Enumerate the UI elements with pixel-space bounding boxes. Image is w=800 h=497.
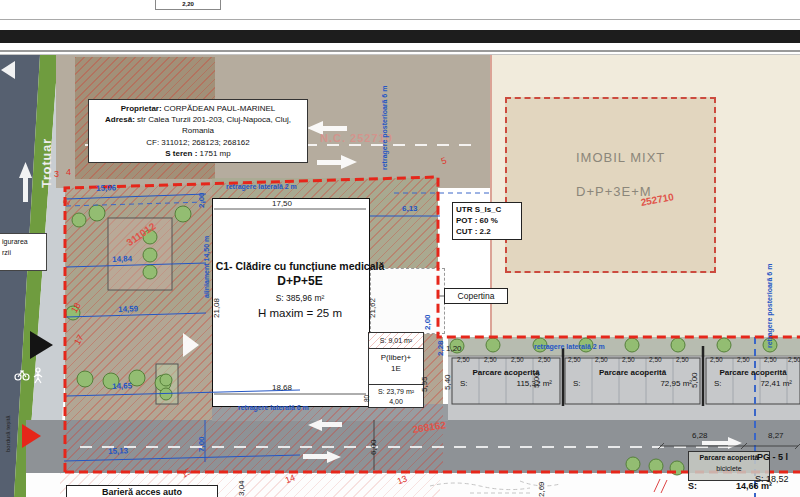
parking-section-2-label: Parcare acoperită S:72,95 m² bbox=[565, 368, 700, 388]
annotation-2-50: 2,50 bbox=[484, 357, 497, 364]
bike-s-label: S: bbox=[688, 481, 697, 491]
annotation-5-00: 5,00 bbox=[691, 372, 699, 388]
p-liber-area-bottom: S: 23,79 m² 4,00 bbox=[369, 385, 423, 407]
annotation-2-28: 2,28 bbox=[437, 340, 445, 356]
p-liber-floors: 1E bbox=[369, 363, 423, 374]
title-block-cell: 2,20 bbox=[155, 0, 221, 10]
annotation-3-04: 3,04 bbox=[238, 480, 246, 496]
p-liber-column: S: 9,01 m² P(liber)+ 1E S: 23,79 m² 4,00 bbox=[368, 332, 424, 408]
annotation-3: 3 bbox=[54, 170, 59, 179]
black-separator-bar bbox=[0, 30, 800, 43]
p-liber-name: P(liber)+ 1E bbox=[369, 349, 423, 385]
annotation-2-50: 2,50 bbox=[764, 357, 777, 364]
p-liber-area-value: S: 23,79 m² bbox=[369, 387, 423, 397]
annotation-5-40: 5,40 bbox=[444, 374, 452, 390]
area-line: S teren : 1751 mp bbox=[91, 148, 305, 159]
p-liber-label: P(liber)+ bbox=[369, 352, 423, 363]
annotation-80: 80 bbox=[364, 395, 371, 402]
p-liber-dim: 4,00 bbox=[369, 397, 423, 407]
annotation-14-59: 14,59 bbox=[118, 305, 138, 314]
building-name: C1- Clădire cu funcțiune medicală bbox=[192, 260, 408, 272]
parking-tree-strip bbox=[448, 337, 800, 356]
parking-name: Parcare acoperită bbox=[565, 368, 700, 377]
cf-line: CF: 311012; 268123; 268162 bbox=[91, 137, 305, 148]
owner-line: Proprietar: CORPĂDEAN PAUL-MARINEL bbox=[91, 103, 305, 114]
parking-section-1-label: Parcare acoperită S:115,32 m² bbox=[452, 368, 560, 388]
annotation-6-28: 6,28 bbox=[692, 432, 708, 440]
utr-name: UTR S_Is_C bbox=[456, 205, 518, 216]
annotation-bordur-te-it-: bordură teșită bbox=[5, 415, 11, 452]
owner-value: CORPĂDEAN PAUL-MARINEL bbox=[164, 104, 275, 113]
parking-s-label: S: bbox=[714, 379, 722, 388]
parking-area-value: 72,41 m² bbox=[760, 379, 792, 388]
street-note-box: igurarea rzii bbox=[0, 233, 47, 271]
street-note-line: igurarea bbox=[2, 236, 46, 247]
divider-line bbox=[0, 19, 800, 20]
annotation-15-13: 15,13 bbox=[108, 447, 128, 456]
address-value: str Calea Turzii 201-203, Cluj-Napoca, C… bbox=[137, 115, 291, 135]
annotation-2-50: 2,50 bbox=[676, 357, 689, 364]
pg-parking-area: S: 18,52 bbox=[755, 474, 789, 484]
parking-area-value: 72,95 m² bbox=[660, 379, 692, 388]
annotation-2-50: 2,50 bbox=[511, 357, 524, 364]
pg-parking-name: PG - 5 l bbox=[757, 452, 788, 462]
annotation-1-20: 1,20 bbox=[446, 345, 462, 353]
annotation-retragere-lateral-2-m: retragere laterală 2 m bbox=[534, 343, 605, 350]
annotation-2-50: 2,50 bbox=[649, 357, 662, 364]
parking-s-label: S: bbox=[460, 379, 468, 388]
annotation-2-00: 2,00 bbox=[424, 314, 432, 330]
annotation-17-50: 17,50 bbox=[272, 200, 292, 208]
annotation-14-84: 14,84 bbox=[112, 255, 132, 264]
annotation-2-00: 2,00 bbox=[198, 192, 206, 208]
pot-value: POT : 60 % bbox=[456, 216, 518, 227]
owner-label: Proprietar: bbox=[121, 104, 162, 113]
building-regime: D+P+5E bbox=[192, 274, 408, 288]
annotation-7-00: 7,00 bbox=[198, 436, 206, 452]
annotation-14-65: 14,65 bbox=[112, 382, 132, 391]
annotation-2-50: 2,50 bbox=[457, 357, 470, 364]
annotation-15-06: 15,06 bbox=[96, 184, 116, 193]
annotation-18-68: 18,68 bbox=[272, 384, 292, 392]
annotation-2-50: 2,50 bbox=[788, 357, 800, 364]
address-label: Adresă: bbox=[105, 115, 135, 124]
annotation-retragere-lateral-6-m: retragere laterală 6 m bbox=[238, 404, 309, 411]
annotation-6-00: 6,00 bbox=[370, 439, 378, 455]
annotation-2-50: 2,50 bbox=[622, 357, 635, 364]
address-line: Adresă: str Calea Turzii 201-203, Cluj-N… bbox=[91, 114, 305, 136]
annotation-aliniament-14-50-m: aliniament 14,50 m bbox=[203, 236, 210, 298]
area-label: S teren : bbox=[165, 149, 197, 158]
area-value: 1751 mp bbox=[200, 149, 231, 158]
parking-section-3-label: Parcare acoperită S:72,41 m² bbox=[706, 368, 800, 388]
parking-name: Parcare acoperită bbox=[452, 368, 560, 377]
annotation-2-50: 2,50 bbox=[568, 357, 581, 364]
annotation-2-50: 2,50 bbox=[737, 357, 750, 364]
access-barrier-label: Barieră acces auto bbox=[66, 485, 218, 497]
owner-info-box: Proprietar: CORPĂDEAN PAUL-MARINEL Adres… bbox=[88, 99, 308, 163]
annotation-8-27: 8,27 bbox=[768, 432, 784, 440]
annotation-2-50: 2,50 bbox=[710, 357, 723, 364]
annotation-retragere-posterioar-6-m: retragere posterioară 6 m bbox=[766, 264, 773, 348]
neighbor-building-name: IMOBIL MIXT bbox=[576, 150, 665, 165]
divider-line bbox=[0, 50, 800, 52]
sidewalk-label: Trotuar bbox=[40, 138, 54, 188]
annotation-2-50: 2,50 bbox=[595, 357, 608, 364]
annotation-retragere-lateral-2-m: retragere laterală 2 m bbox=[226, 183, 297, 190]
annotation-4: 4 bbox=[66, 168, 71, 177]
p-liber-area-top: S: 9,01 m² bbox=[369, 333, 423, 349]
canopy-label: Copertina bbox=[444, 288, 508, 304]
annotation-5-95: 5,95 bbox=[421, 376, 429, 392]
annotation-2-69: 2,69 bbox=[538, 481, 546, 497]
parking-name: Parcare acoperită bbox=[706, 368, 800, 377]
utr-zoning-box: UTR S_Is_C POT : 60 % CUT : 2.2 bbox=[452, 202, 522, 240]
annotation-21-62: 21,62 bbox=[369, 298, 377, 318]
street-note-line: rzii bbox=[2, 247, 46, 258]
parking-s-label: S: bbox=[573, 379, 581, 388]
annotation-retragere-posterioar-6-m: retragere posterioară 6 m bbox=[381, 86, 388, 170]
cut-value: CUT : 2.2 bbox=[456, 227, 518, 238]
annotation-21-08: 21,08 bbox=[213, 298, 221, 318]
annotation-2-50: 2,50 bbox=[538, 357, 551, 364]
bike-parking-type: biciclete bbox=[689, 464, 769, 475]
annotation-5-00: 5,00 bbox=[533, 372, 541, 388]
annotation-6-13: 6,13 bbox=[402, 205, 418, 213]
site-plan-page: { "colors":{"boundary_red":"#e6261a","di… bbox=[0, 0, 800, 497]
